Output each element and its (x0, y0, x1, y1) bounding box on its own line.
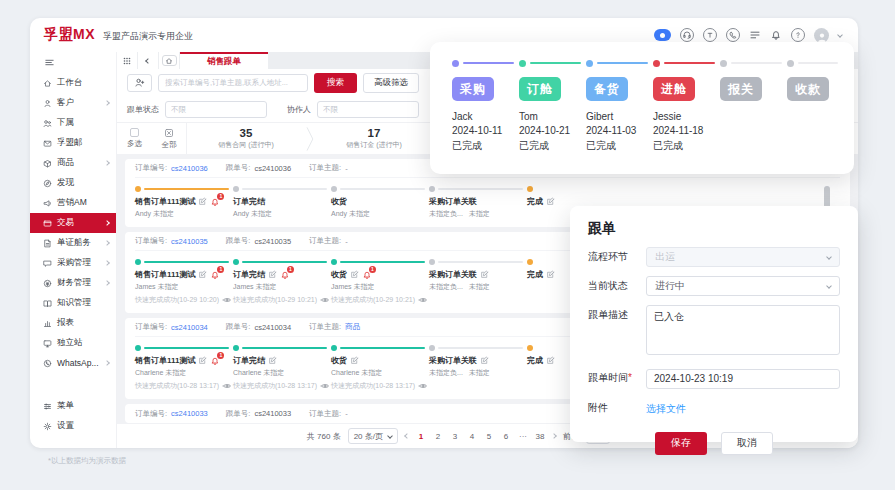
sidebar-item-transactions[interactable]: 交易 (30, 213, 116, 233)
page-number[interactable]: 38 (535, 432, 545, 441)
description-textarea[interactable]: 已入仓 (646, 305, 840, 355)
step-column: 订单完结 Charlene 未指定 快速完成成功(10-28 13:17) (233, 344, 331, 391)
sidebar-item-mail[interactable]: 孚盟邮 (30, 133, 116, 153)
sidebar-item-docs-shipping[interactable]: 单证船务 (30, 233, 116, 253)
sidebar-item-marketing-am[interactable]: 营销AM (30, 193, 116, 213)
page-number[interactable]: 1 (416, 432, 426, 441)
home-tab-icon[interactable] (159, 52, 180, 69)
flow-badge[interactable]: 进舱 (653, 77, 695, 101)
order-no-link[interactable]: cs2410033 (171, 409, 208, 418)
next-page-button[interactable] (552, 434, 556, 438)
sidebar-item-procurement[interactable]: 采购管理 (30, 253, 116, 273)
flow-badge[interactable]: 备货 (586, 77, 628, 101)
save-button[interactable]: 保存 (655, 432, 707, 455)
demo-mode-eye-icon[interactable] (654, 29, 671, 41)
stat-divider-arrow (305, 123, 315, 154)
sidebar-item-knowledge[interactable]: 知识管理 (30, 293, 116, 313)
edit-icon[interactable] (350, 270, 359, 279)
edit-icon[interactable] (546, 270, 555, 279)
flow-badge[interactable]: 采购 (452, 77, 494, 101)
headset-support-icon[interactable] (680, 28, 694, 42)
translate-icon[interactable] (703, 28, 717, 42)
back-icon[interactable] (138, 52, 159, 69)
sidebar-item-site[interactable]: 独立站 (30, 333, 116, 353)
order-no-link[interactable]: cs2410035 (171, 237, 208, 246)
order-no-link[interactable]: cs2410036 (171, 164, 208, 173)
page-size-select[interactable]: 20 条/页 (348, 428, 398, 444)
stat-sales-contract[interactable]: 35 销售合同 (进行中) (187, 123, 305, 154)
multi-select-toggle[interactable]: 多选 (117, 123, 152, 154)
current-status-select[interactable]: 进行中 (646, 276, 840, 296)
help-icon[interactable] (791, 28, 805, 42)
edit-icon[interactable] (268, 356, 277, 365)
bell-alert-icon[interactable]: 1 (362, 270, 372, 280)
bell-alert-icon[interactable]: 1 (210, 356, 220, 366)
edit-icon[interactable] (198, 270, 207, 279)
phone-icon[interactable] (726, 28, 740, 42)
choose-file-link[interactable]: 选择文件 (646, 403, 686, 414)
followup-time-input[interactable] (646, 369, 840, 389)
advanced-filter-button[interactable]: 高级筛选 (363, 73, 419, 93)
sidebar-item-products[interactable]: 商品 (30, 153, 116, 173)
edit-icon[interactable] (480, 270, 489, 279)
avatar[interactable] (814, 28, 829, 43)
flow-badge[interactable]: 收款 (787, 77, 829, 101)
eye-icon[interactable] (222, 296, 232, 304)
current-status-label: 当前状态 (588, 276, 646, 296)
page-number[interactable]: 6 (501, 432, 511, 441)
cancel-button[interactable]: 取消 (721, 432, 773, 455)
sidebar-item-menu[interactable]: 菜单 (30, 396, 116, 416)
sidebar-item-settings[interactable]: 设置 (30, 416, 116, 436)
process-step-select[interactable]: 出运 (646, 247, 840, 267)
edit-icon[interactable] (546, 197, 555, 206)
page-number[interactable]: 4 (467, 432, 477, 441)
multi-select-checkbox[interactable] (130, 128, 139, 137)
order-subject-link[interactable]: 商品 (345, 322, 360, 332)
chevron-right-icon (104, 100, 110, 106)
sidebar-item-customers[interactable]: 客户 (30, 93, 116, 113)
followup-status-input[interactable] (165, 101, 267, 118)
edit-icon[interactable] (198, 197, 207, 206)
bell-alert-icon[interactable]: 1 (210, 270, 220, 280)
bell-icon[interactable] (770, 29, 782, 41)
collaborator-input[interactable] (317, 101, 419, 118)
edit-icon[interactable] (198, 356, 207, 365)
app-launcher-icon[interactable] (117, 52, 138, 69)
edit-icon[interactable] (350, 356, 359, 365)
search-input[interactable] (158, 74, 308, 92)
eye-icon[interactable] (418, 296, 428, 304)
bell-alert-icon[interactable]: 1 (210, 197, 220, 207)
page-number[interactable]: 3 (450, 432, 460, 441)
order-no-link[interactable]: cs2410034 (171, 323, 208, 332)
chevron-down-icon[interactable] (837, 32, 843, 38)
sidebar-item-finance[interactable]: 财务管理 (30, 273, 116, 293)
sidebar-item-discover[interactable]: 发现 (30, 173, 116, 193)
flow-badge[interactable]: 订舱 (519, 77, 561, 101)
chevron-right-icon (104, 220, 110, 226)
flow-badge[interactable]: 报关 (720, 77, 762, 101)
eye-icon[interactable] (418, 382, 428, 390)
page-number[interactable]: 2 (433, 432, 443, 441)
search-button[interactable]: 搜索 (314, 73, 357, 93)
select-all-toggle[interactable]: 全部 (152, 123, 187, 154)
page-number[interactable]: 5 (484, 432, 494, 441)
stat-sales-deposit[interactable]: 17 销售订金 (进行中) (315, 123, 433, 154)
eye-icon[interactable] (320, 382, 330, 390)
edit-icon[interactable] (546, 356, 555, 365)
contact-picker-button[interactable] (127, 74, 152, 92)
sidebar-item-workbench[interactable]: 工作台 (30, 73, 116, 93)
edit-icon[interactable] (268, 270, 277, 279)
page-ellipsis[interactable]: ··· (518, 432, 528, 441)
eye-icon[interactable] (222, 382, 232, 390)
sidebar-collapse-icon[interactable] (30, 55, 116, 73)
sidebar-item-whatsapp[interactable]: WhatsAp... (30, 353, 116, 373)
sidebar-item-subordinates[interactable]: 下属 (30, 113, 116, 133)
prev-page-button[interactable] (405, 434, 409, 438)
task-list-icon[interactable] (749, 29, 761, 41)
eye-icon[interactable] (320, 296, 330, 304)
tab-sales-followup[interactable]: 销售跟单 (180, 52, 268, 69)
edit-icon[interactable] (480, 356, 489, 365)
org-icon (43, 119, 52, 128)
sidebar-item-reports[interactable]: 报表 (30, 313, 116, 333)
bell-alert-icon[interactable]: 1 (280, 270, 290, 280)
